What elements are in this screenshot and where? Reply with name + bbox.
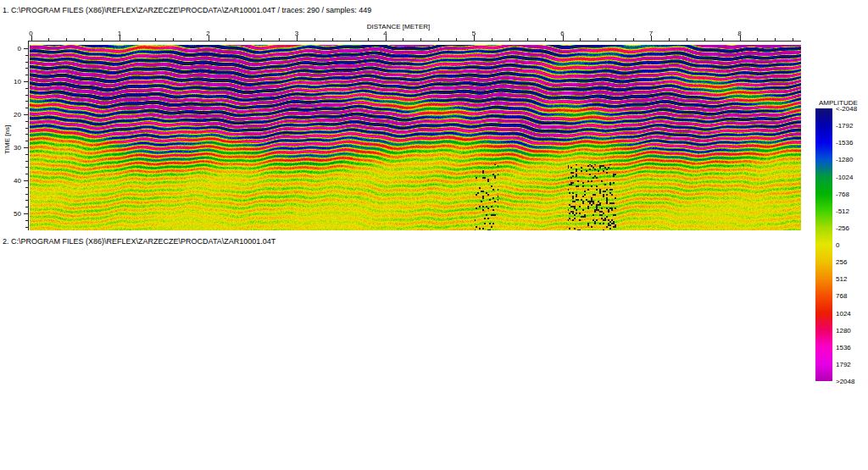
- x-minor-tick: [615, 38, 616, 41]
- x-minor-tick: [102, 38, 103, 41]
- x-tick-label: 2: [196, 30, 221, 37]
- y-minor-tick: [25, 161, 28, 162]
- x-minor-tick: [403, 38, 403, 41]
- x-minor-tick: [350, 38, 351, 41]
- x-tick-label: 3: [284, 30, 309, 37]
- reflex-viewer-window: 1. C:\PROGRAM FILES (X86)\REFLEX\ZARZECZ…: [0, 0, 868, 470]
- x-minor-tick: [155, 38, 156, 41]
- x-tick-label: 7: [638, 30, 664, 37]
- x-minor-tick: [279, 38, 280, 41]
- x-minor-tick: [66, 38, 67, 41]
- y-minor-tick: [25, 154, 28, 155]
- y-minor-tick: [25, 141, 28, 141]
- colorbar-tick-label: 512: [836, 275, 868, 283]
- colorbar-tick-label: -1024: [836, 174, 868, 181]
- x-minor-tick: [669, 38, 670, 41]
- distance-axis-line: [29, 41, 801, 41]
- y-tick-label: 10: [1, 78, 21, 86]
- colorbar-tick-label: -256: [836, 224, 868, 232]
- x-minor-tick: [545, 38, 546, 41]
- y-minor-tick: [25, 95, 28, 96]
- y-tick-label: 40: [1, 177, 21, 185]
- x-minor-tick: [456, 38, 457, 41]
- x-tick-label: 4: [373, 30, 398, 37]
- y-minor-tick: [25, 220, 28, 221]
- y-minor-tick: [25, 128, 28, 129]
- y-minor-tick: [25, 68, 28, 69]
- y-minor-tick: [25, 227, 28, 228]
- x-minor-tick: [261, 38, 262, 41]
- x-minor-tick: [191, 38, 192, 41]
- radargram-canvas: [30, 45, 801, 230]
- colorbar-tick-label: 1792: [836, 361, 868, 368]
- x-minor-tick: [332, 38, 333, 41]
- x-minor-tick: [722, 38, 723, 41]
- y-minor-tick: [25, 55, 28, 56]
- x-minor-tick: [225, 38, 226, 41]
- x-tick-label: 5: [461, 30, 487, 37]
- y-minor-tick: [25, 174, 28, 174]
- colorbar-tick-label: 0: [836, 241, 868, 249]
- x-minor-tick: [775, 38, 776, 41]
- x-tick-label: 8: [727, 30, 753, 37]
- y-minor-tick: [25, 88, 28, 89]
- x-minor-tick: [420, 38, 421, 41]
- y-major-tick: [24, 114, 28, 115]
- colorbar-tick-label: -1280: [836, 156, 868, 163]
- y-tick-label: 0: [1, 45, 21, 53]
- y-major-tick: [24, 81, 28, 82]
- x-minor-tick: [314, 38, 315, 41]
- x-minor-tick: [137, 38, 138, 41]
- time-axis-line: [28, 41, 29, 230]
- y-minor-tick: [25, 200, 28, 201]
- x-minor-tick: [527, 38, 528, 41]
- x-minor-tick: [580, 38, 581, 41]
- colorbar-tick-label: 1280: [836, 327, 868, 335]
- x-minor-tick: [633, 38, 634, 41]
- time-axis-label: TIME [ns]: [2, 95, 12, 185]
- y-major-tick: [24, 213, 28, 214]
- y-minor-tick: [25, 187, 28, 188]
- x-minor-tick: [173, 38, 174, 41]
- colorbar-tick-label: 768: [836, 292, 868, 300]
- x-minor-tick: [48, 38, 49, 41]
- colorbar-tick-label: -1536: [836, 139, 868, 147]
- y-minor-tick: [25, 167, 28, 168]
- colorbar-tick-label: -512: [836, 207, 868, 215]
- x-tick-label: 0: [19, 30, 44, 37]
- y-minor-tick: [25, 134, 28, 135]
- y-minor-tick: [25, 108, 28, 108]
- x-minor-tick: [492, 38, 492, 41]
- y-minor-tick: [25, 207, 28, 207]
- y-tick-label: 30: [1, 144, 21, 152]
- x-minor-tick: [757, 38, 758, 41]
- y-minor-tick: [25, 194, 28, 195]
- x-tick-label: 1: [107, 30, 132, 37]
- colorbar-tick-label: -1792: [836, 122, 868, 130]
- x-minor-tick: [84, 38, 85, 41]
- y-major-tick: [24, 147, 28, 148]
- y-major-tick: [24, 180, 28, 181]
- y-tick-label: 50: [1, 210, 21, 218]
- x-minor-tick: [243, 38, 244, 41]
- y-minor-tick: [25, 101, 28, 102]
- x-minor-tick: [368, 38, 369, 41]
- colorbar-tick-label: 1536: [836, 344, 868, 351]
- y-minor-tick: [25, 121, 28, 122]
- colorbar-tick-label: 256: [836, 258, 868, 266]
- colorbar-tick-label: 1024: [836, 310, 868, 318]
- x-minor-tick: [438, 38, 439, 41]
- x-minor-tick: [793, 38, 793, 41]
- y-minor-tick: [25, 75, 28, 75]
- x-tick-label: 6: [550, 30, 576, 37]
- section2-title: 2. C:\PROGRAM FILES (X86)\REFLEX\ZARZECZ…: [3, 237, 275, 246]
- colorbar-tick-label: >2048: [836, 378, 868, 385]
- y-major-tick: [24, 48, 28, 49]
- colorbar-tick-label: -768: [836, 191, 868, 198]
- x-minor-tick: [687, 38, 687, 41]
- x-minor-tick: [598, 38, 598, 41]
- section1-title: 1. C:\PROGRAM FILES (X86)\REFLEX\ZARZECZ…: [3, 6, 371, 14]
- colorbar-tick-label: <-2048: [836, 105, 868, 113]
- colorbar-gradient-canvas: [815, 108, 832, 381]
- y-tick-label: 20: [1, 111, 21, 119]
